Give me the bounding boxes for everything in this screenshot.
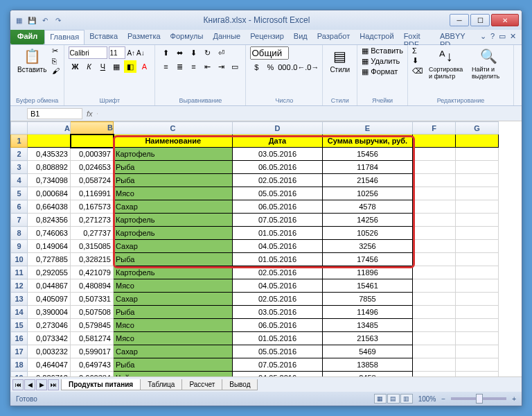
indent-inc-icon[interactable]: ⇥ <box>215 60 227 73</box>
cell[interactable]: 04.05.2016 <box>233 372 323 377</box>
cell[interactable]: Сахар <box>114 240 233 253</box>
cell[interactable]: Рыба <box>114 358 233 372</box>
close-button[interactable]: ✕ <box>491 14 519 26</box>
cell[interactable] <box>456 345 499 358</box>
column-header[interactable]: D <box>233 122 323 135</box>
cell[interactable] <box>413 372 456 377</box>
cell[interactable] <box>413 135 456 148</box>
sheet-tab[interactable]: Продукты питания <box>61 379 141 390</box>
zoom-in-icon[interactable]: + <box>512 395 516 403</box>
inc-decimal-icon[interactable]: .0← <box>292 61 304 73</box>
ribbon-tab[interactable]: Разметка <box>123 30 166 44</box>
row-header[interactable]: 12 <box>11 279 28 293</box>
cell[interactable] <box>456 279 499 293</box>
align-center-icon[interactable]: ≣ <box>173 60 186 73</box>
row-header[interactable]: 9 <box>11 240 28 253</box>
cell[interactable]: 0,649743 <box>71 358 114 372</box>
row-header[interactable]: 14 <box>11 306 28 319</box>
cell[interactable] <box>413 240 456 253</box>
fill-color-icon[interactable]: ◧ <box>124 60 136 73</box>
cell[interactable] <box>413 279 456 293</box>
row-header[interactable]: 1 <box>11 135 28 148</box>
row-header[interactable]: 15 <box>11 319 28 332</box>
fx-icon[interactable]: fx <box>87 110 93 118</box>
align-right-icon[interactable]: ≡ <box>187 60 200 73</box>
maximize-button[interactable]: ☐ <box>470 14 490 26</box>
cell[interactable]: 0,808892 <box>28 161 71 174</box>
cell[interactable]: 0,167573 <box>71 200 114 214</box>
cell[interactable]: 0,000397 <box>71 148 114 161</box>
autosum-icon[interactable]: Σ <box>412 46 423 55</box>
border-icon[interactable]: ▦ <box>110 60 123 73</box>
cell[interactable]: Картофель <box>114 266 233 279</box>
cell[interactable] <box>413 266 456 279</box>
cell[interactable]: 0,599017 <box>71 345 114 358</box>
sheet-tab[interactable]: Таблица <box>140 379 182 390</box>
cell[interactable]: Дата <box>233 135 323 148</box>
cell[interactable] <box>456 214 499 227</box>
find-select-button[interactable]: 🔍Найти и выделить <box>469 46 509 81</box>
sheet-last-icon[interactable]: ⏭ <box>48 379 59 390</box>
cell[interactable] <box>456 240 499 253</box>
font-color-icon[interactable]: A <box>138 60 150 73</box>
merge-icon[interactable]: ▭ <box>229 60 241 73</box>
sheet-tab[interactable]: Вывод <box>222 379 258 390</box>
cell[interactable] <box>413 358 456 372</box>
cell[interactable]: 0,226712 <box>28 372 71 377</box>
cell[interactable]: 0,073342 <box>28 332 71 345</box>
row-header[interactable]: 6 <box>11 200 28 214</box>
sheet-next-icon[interactable]: ▶ <box>36 379 47 390</box>
minimize-ribbon-icon[interactable]: ⌄ <box>480 32 486 42</box>
cell[interactable]: 0,292055 <box>28 266 71 279</box>
column-header[interactable]: G <box>456 122 499 135</box>
cell[interactable]: 4578 <box>323 200 413 214</box>
styles-button[interactable]: ▤Стили <box>327 46 353 75</box>
sheet-first-icon[interactable]: ⏮ <box>12 379 24 390</box>
row-header[interactable]: 13 <box>11 293 28 306</box>
row-header[interactable]: 2 <box>11 148 28 161</box>
view-normal-icon[interactable]: ▦ <box>374 394 387 404</box>
zoom-level[interactable]: 100% <box>418 395 436 403</box>
minimize-button[interactable]: ─ <box>450 14 469 26</box>
cell[interactable]: 02.05.2016 <box>233 293 323 306</box>
ribbon-tab[interactable]: Рецензир <box>245 30 289 44</box>
comma-icon[interactable]: 000 <box>278 61 290 73</box>
row-header[interactable]: 4 <box>11 174 28 187</box>
cell[interactable]: Мясо <box>114 279 233 293</box>
cell[interactable]: 05.05.2016 <box>233 345 323 358</box>
cell[interactable] <box>413 161 456 174</box>
cell[interactable]: 0,328215 <box>71 253 114 266</box>
cell[interactable]: 01.05.2016 <box>233 227 323 240</box>
cell[interactable]: Рыба <box>114 161 233 174</box>
cell[interactable]: 0,579845 <box>71 319 114 332</box>
cell[interactable]: 5469 <box>323 345 413 358</box>
sort-filter-button[interactable]: ᴬ↓Сортировка и фильтр <box>426 46 466 81</box>
ribbon-close-icon[interactable]: ✕ <box>510 32 516 42</box>
wrap-icon[interactable]: ⏎ <box>215 46 227 59</box>
row-header[interactable]: 11 <box>11 266 28 279</box>
view-break-icon[interactable]: ▥ <box>400 394 413 404</box>
row-header[interactable]: 16 <box>11 332 28 345</box>
cell[interactable]: 13485 <box>323 319 413 332</box>
cell[interactable]: 0,507331 <box>71 293 114 306</box>
cell[interactable] <box>28 135 71 148</box>
cell[interactable]: 15461 <box>323 279 413 293</box>
cell[interactable] <box>456 161 499 174</box>
cell[interactable]: Мясо <box>114 319 233 332</box>
column-header[interactable]: C <box>114 122 233 135</box>
ribbon-tab[interactable]: Главная <box>44 30 85 44</box>
cell[interactable] <box>456 332 499 345</box>
cell[interactable] <box>413 332 456 345</box>
cell[interactable]: 05.05.2016 <box>233 187 323 200</box>
bold-icon[interactable]: Ж <box>69 60 81 73</box>
currency-icon[interactable]: $ <box>250 61 263 73</box>
ribbon-tab[interactable]: Вставка <box>85 30 123 44</box>
align-mid-icon[interactable]: ⬌ <box>173 46 186 59</box>
font-size-input[interactable] <box>109 46 125 59</box>
cell[interactable]: Рыба <box>114 253 233 266</box>
cell[interactable]: Картофель <box>114 214 233 227</box>
sheet-prev-icon[interactable]: ◀ <box>24 379 35 390</box>
ribbon-tab[interactable]: Надстрой <box>355 30 398 44</box>
ribbon-tab[interactable]: Foxit PDF <box>399 30 435 44</box>
cell[interactable]: 0,000684 <box>28 187 71 200</box>
